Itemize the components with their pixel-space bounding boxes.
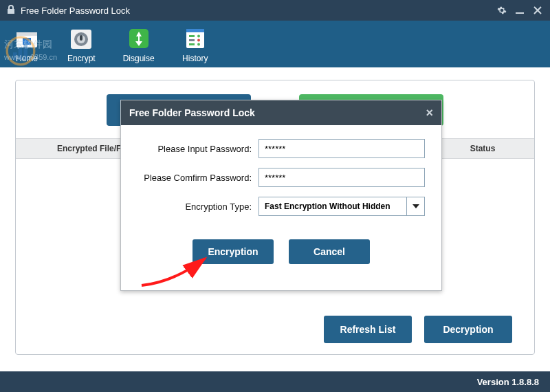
- close-icon[interactable]: [531, 3, 544, 17]
- svg-rect-19: [189, 43, 195, 45]
- svg-rect-14: [186, 29, 204, 32]
- statusbar: Version 1.8.8.8: [0, 371, 550, 392]
- toolbar-history[interactable]: History: [182, 25, 208, 63]
- encryption-type-value: Fast Encryption Without Hidden: [258, 197, 407, 216]
- svg-rect-7: [23, 38, 31, 45]
- chevron-down-icon[interactable]: [407, 197, 425, 216]
- grid-col-status: Status: [431, 144, 534, 153]
- toolbar-encrypt-label: Encrypt: [67, 54, 96, 63]
- dialog-titlebar: Free Folder Password Lock ×: [121, 100, 441, 125]
- svg-point-20: [197, 43, 200, 45]
- encryption-type-select[interactable]: Fast Encryption Without Hidden: [258, 197, 425, 216]
- main-toolbar: 河东软件园 www.pc0359.cn Home Encrypt Disguis…: [0, 21, 550, 67]
- confirm-password-label: Please Comfirm Password:: [138, 173, 258, 183]
- disguise-icon: [126, 25, 152, 52]
- settings-icon[interactable]: [495, 3, 509, 17]
- toolbar-disguise[interactable]: Disguise: [123, 25, 155, 63]
- svg-rect-0: [516, 12, 524, 14]
- home-icon: [14, 25, 40, 52]
- svg-point-18: [197, 39, 200, 41]
- dialog-close-icon[interactable]: ×: [426, 106, 433, 120]
- encryption-button[interactable]: Encryption: [192, 239, 274, 264]
- toolbar-history-label: History: [182, 54, 208, 63]
- svg-rect-15: [189, 35, 195, 37]
- toolbar-home-label: Home: [16, 54, 38, 63]
- encrypt-icon: [68, 25, 94, 52]
- app-title: Free Folder Password Lock: [21, 6, 130, 16]
- svg-point-16: [197, 34, 200, 37]
- toolbar-disguise-label: Disguise: [123, 54, 155, 63]
- svg-rect-6: [16, 32, 37, 36]
- svg-rect-17: [189, 39, 195, 41]
- encryption-type-label: Encryption Type:: [138, 202, 258, 212]
- password-label: Please Input Password:: [138, 144, 258, 154]
- titlebar: Free Folder Password Lock: [0, 0, 550, 21]
- history-icon: [182, 25, 208, 52]
- toolbar-home[interactable]: Home: [14, 25, 40, 63]
- confirm-password-input[interactable]: [258, 168, 425, 187]
- decryption-button[interactable]: Decryption: [424, 316, 512, 343]
- version-label: Version 1.8.8.8: [477, 377, 539, 387]
- minimize-icon[interactable]: [513, 3, 527, 17]
- password-input[interactable]: [258, 139, 425, 158]
- cancel-button[interactable]: Cancel: [289, 239, 370, 264]
- dialog-title: Free Folder Password Lock: [129, 107, 255, 118]
- lock-icon: [7, 5, 21, 17]
- refresh-list-button[interactable]: Refresh List: [324, 316, 412, 343]
- svg-rect-11: [80, 35, 82, 41]
- password-dialog: Free Folder Password Lock × Please Input…: [120, 100, 442, 291]
- toolbar-encrypt[interactable]: Encrypt: [67, 25, 96, 63]
